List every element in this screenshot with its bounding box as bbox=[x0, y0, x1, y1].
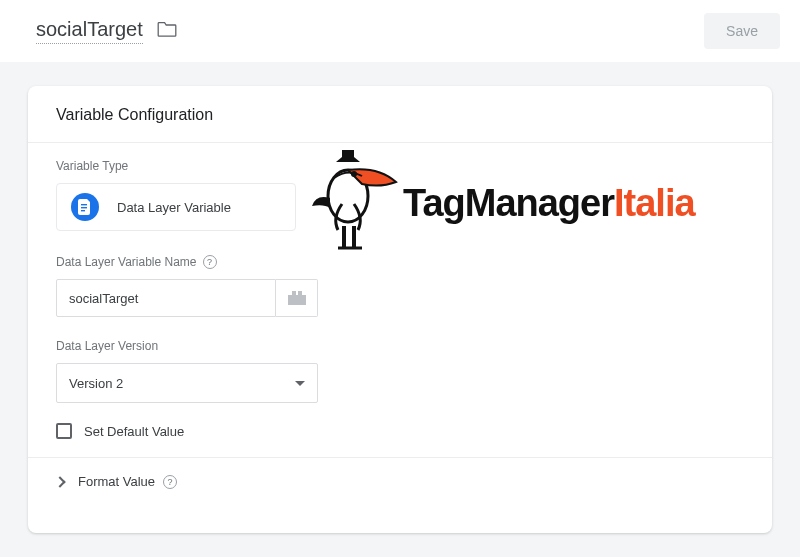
insert-variable-button[interactable] bbox=[276, 279, 318, 317]
format-value-label: Format Value bbox=[78, 474, 155, 489]
variable-type-value: Data Layer Variable bbox=[117, 200, 231, 215]
card-title: Variable Configuration bbox=[28, 86, 772, 142]
variable-type-selector[interactable]: Data Layer Variable bbox=[56, 183, 296, 231]
dropdown-icon bbox=[295, 381, 305, 386]
save-button[interactable]: Save bbox=[704, 13, 780, 49]
dlv-version-select[interactable]: Version 2 bbox=[56, 363, 318, 403]
svg-rect-4 bbox=[292, 291, 296, 295]
svg-rect-3 bbox=[288, 295, 306, 305]
folder-icon[interactable] bbox=[157, 21, 177, 41]
svg-rect-2 bbox=[81, 210, 85, 211]
set-default-checkbox[interactable] bbox=[56, 423, 72, 439]
set-default-label: Set Default Value bbox=[84, 424, 184, 439]
format-value-toggle[interactable]: Format Value ? bbox=[28, 458, 772, 505]
variable-name-title[interactable]: socialTarget bbox=[36, 18, 143, 44]
help-icon[interactable]: ? bbox=[163, 475, 177, 489]
svg-rect-5 bbox=[298, 291, 302, 295]
dlv-version-value: Version 2 bbox=[69, 376, 123, 391]
dlv-name-input[interactable] bbox=[56, 279, 276, 317]
svg-rect-0 bbox=[81, 204, 87, 205]
data-layer-icon bbox=[71, 193, 99, 221]
brick-icon bbox=[288, 291, 306, 305]
dlv-version-label: Data Layer Version bbox=[56, 339, 744, 353]
variable-type-label: Variable Type bbox=[56, 159, 744, 173]
dlv-name-label: Data Layer Variable Name bbox=[56, 255, 197, 269]
help-icon[interactable]: ? bbox=[203, 255, 217, 269]
variable-config-card: Variable Configuration Variable Type Dat… bbox=[28, 86, 772, 533]
svg-rect-1 bbox=[81, 207, 87, 208]
chevron-right-icon bbox=[54, 476, 65, 487]
